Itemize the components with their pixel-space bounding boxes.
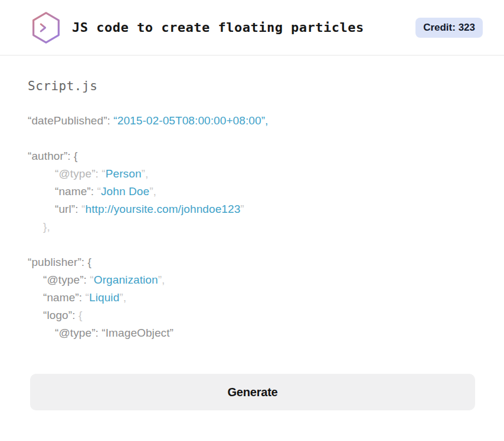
code-line-author-close: },: [28, 218, 476, 236]
code-brace: {: [78, 309, 82, 321]
code-key: “publisher”: {: [28, 256, 91, 268]
credit-badge: Credit: 323: [415, 18, 483, 38]
code-key: “@type”:: [43, 274, 90, 286]
code-value: Person: [106, 167, 142, 180]
code-line-author-url: “url”: “http://yoursite.com/johndoe123”: [28, 200, 476, 218]
code-value: “2015-02-05T08:00:00+08:00”,: [113, 114, 268, 127]
code-key: “@type”: “ImageObject”: [55, 327, 174, 339]
code-line-publisher-type: “@type”: “Organization”,: [28, 271, 476, 289]
code-editor: “datePublished”: “2015-02-05T08:00:00+08…: [28, 112, 476, 342]
code-key: “name”:: [55, 185, 97, 198]
code-value: Organization: [94, 274, 158, 286]
code-line-logo-open: “logo”: {: [28, 307, 476, 324]
code-key: “logo”:: [43, 309, 78, 321]
code-line-author-open: “author”: {: [28, 147, 476, 165]
terminal-prompt-hexagon-icon: [31, 11, 61, 45]
code-value: http://yoursite.com/johndoe123: [85, 203, 240, 215]
header: JS code to create floating particles Cre…: [0, 0, 504, 55]
code-quote: ”,: [158, 274, 165, 286]
code-value: Liquid: [89, 291, 119, 304]
code-key: “name”:: [43, 291, 86, 304]
page-title: JS code to create floating particles: [72, 20, 364, 35]
code-line-logo-type: “@type”: “ImageObject”: [28, 324, 476, 342]
code-line-publisher-name: “name”: “Liquid”,: [28, 289, 476, 307]
code-key: “author”: {: [28, 150, 78, 162]
filename-label: Script.js: [28, 79, 476, 93]
code-key: “datePublished”:: [28, 114, 113, 127]
code-key: “url”:: [55, 203, 81, 215]
code-brace: },: [43, 220, 50, 233]
code-line-author-type: “@type”: “Person”,: [28, 165, 476, 183]
main-content: Script.js “datePublished”: “2015-02-05T0…: [0, 79, 504, 410]
code-line-publisher-open: “publisher”: {: [28, 254, 476, 271]
code-key: “@type”:: [55, 167, 102, 180]
code-quote: ”: [240, 203, 244, 215]
code-quote: ”,: [149, 185, 156, 198]
code-quote: ”,: [142, 167, 149, 180]
code-line-author-name: “name”: “John Doe”,: [28, 183, 476, 200]
code-line-datepublished: “datePublished”: “2015-02-05T08:00:00+08…: [28, 112, 476, 130]
generate-button[interactable]: Generate: [30, 374, 475, 410]
code-value: John Doe: [101, 185, 149, 198]
code-quote: ”,: [119, 291, 126, 304]
